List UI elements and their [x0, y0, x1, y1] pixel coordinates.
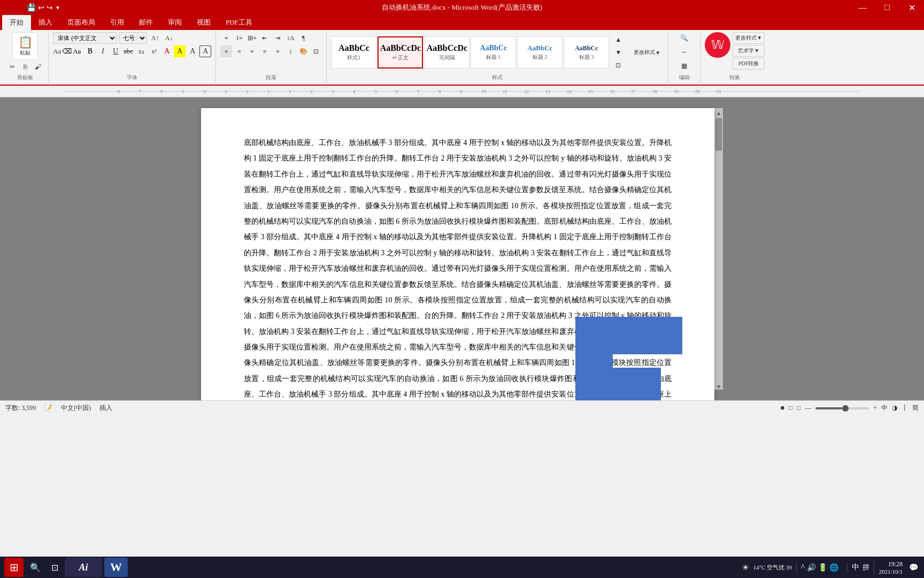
network-icon[interactable]: 🌐 — [829, 563, 838, 572]
styles-more[interactable]: ⊡ — [612, 59, 624, 71]
zoom-in-icon[interactable]: + — [873, 404, 877, 412]
increase-font-button[interactable]: A↑ — [149, 32, 161, 44]
styles-scroll-up[interactable]: ▲ — [612, 34, 624, 45]
italic-button[interactable]: I — [97, 45, 109, 57]
select-button[interactable]: ▦ — [679, 60, 690, 72]
language[interactable]: 中文(中国) — [61, 404, 91, 413]
tab-review[interactable]: 审阅 — [160, 15, 189, 30]
maximize-button[interactable]: □ — [875, 0, 899, 15]
zoom-out-icon[interactable]: — — [805, 404, 811, 412]
time-display[interactable]: 19:28 — [888, 560, 903, 568]
find-button[interactable]: 🔍 — [679, 32, 690, 44]
style-item-h1[interactable]: AaBbCc 标题 1 — [471, 36, 516, 69]
font-size-select[interactable]: 七号 — [119, 32, 147, 44]
close-button[interactable]: ✕ — [899, 0, 924, 15]
strikethrough-button[interactable]: abc — [122, 45, 134, 57]
spell-check-icon[interactable]: 📝 — [44, 404, 52, 412]
copy-button[interactable]: ⎘ — [19, 61, 31, 73]
tab-page-layout[interactable]: 页面布局 — [60, 15, 103, 30]
border-button[interactable]: ⊡ — [310, 45, 322, 57]
tab-home[interactable]: 开始 — [2, 15, 31, 30]
align-right-button[interactable]: ≡ — [246, 45, 258, 57]
view-web-icon[interactable]: □ — [797, 404, 800, 412]
increase-indent-button[interactable]: ⇥ — [272, 32, 283, 44]
ime-pinyin[interactable]: 拼 — [863, 562, 869, 572]
tab-references[interactable]: 引用 — [103, 15, 132, 30]
show-formatting-button[interactable]: ¶ — [297, 32, 309, 44]
ime-zh[interactable]: 中 — [852, 562, 859, 572]
paste-icon: 📋 — [18, 35, 33, 49]
insert-mode[interactable]: 插入 — [99, 404, 112, 413]
font-clear-icon[interactable]: ⌫ — [62, 47, 72, 56]
taskbar: ⊞ 🔍 ⊡ Ai W ☀ 14°C 空气优 39 ^ 🔊 🔋 🌐 中 拼 19:… — [0, 557, 924, 578]
volume-icon[interactable]: 🔊 — [807, 563, 816, 572]
convert-btn-2[interactable]: 艺术字▼ — [733, 45, 765, 57]
system-tray-up[interactable]: ^ — [801, 562, 805, 572]
style-item-1[interactable]: AaBbCc 样式1 — [331, 36, 376, 69]
battery-icon[interactable]: 🔋 — [818, 563, 827, 572]
style-item-normal[interactable]: AaBbCcDc ↵ 正文 — [378, 36, 423, 69]
simplified-chinese-icon[interactable]: 简 — [912, 404, 919, 413]
zoom-slider[interactable] — [815, 407, 869, 409]
tab-mailings[interactable]: 邮件 — [132, 15, 160, 30]
tab-pdf-tools[interactable]: PDF工具 — [218, 15, 260, 30]
char-shade-button[interactable]: A — [187, 45, 198, 57]
scroll-down-button[interactable]: ▼ — [716, 384, 721, 390]
align-left-button[interactable]: ≡ — [220, 45, 232, 57]
tab-insert[interactable]: 插入 — [31, 15, 60, 30]
format-painter-button[interactable]: 🖌 — [32, 61, 44, 73]
justify-dist-button[interactable]: ≡ — [272, 45, 283, 57]
ribbon-container: 开始 插入 页面布局 引用 邮件 审阅 视图 PDF工具 📋 粘贴 ✂ ⎘ 🖌 — [0, 15, 924, 86]
justify-button[interactable]: ≡ — [259, 45, 271, 57]
start-button[interactable]: ⊞ — [4, 558, 24, 577]
editing-label: 编辑 — [673, 73, 696, 81]
quick-redo-icon[interactable]: ↪ — [47, 3, 53, 12]
scroll-up-button[interactable]: ▲ — [716, 110, 721, 116]
quick-undo-icon[interactable]: ↩ — [38, 3, 44, 12]
paste-button[interactable]: 📋 粘贴 — [12, 32, 38, 60]
tab-view[interactable]: 视图 — [189, 15, 218, 30]
date-display[interactable]: 2021/10/1 — [879, 568, 903, 575]
view-reading-icon[interactable]: □ — [789, 404, 792, 412]
multilevel-button[interactable]: ⊞≡ — [246, 32, 258, 44]
status-bar: 字数: 3,599 📝 中文(中国) 插入 ■ □ □ — + 中 ◑ 丨 简 — [0, 400, 924, 415]
bullets-button[interactable]: ≡ — [220, 32, 232, 44]
replace-button[interactable]: ↔ — [679, 46, 690, 58]
scroll-thumb[interactable] — [715, 118, 722, 150]
quick-dropdown-icon[interactable]: ▼ — [55, 5, 60, 11]
task-view-button[interactable]: ⊡ — [47, 558, 63, 577]
underline-button[interactable]: U — [110, 45, 121, 57]
font-change-case-icon[interactable]: Aa — [73, 47, 81, 56]
cut-button[interactable]: ✂ — [6, 61, 18, 73]
word-taskbar-button[interactable]: W — [104, 558, 128, 577]
quick-save-icon[interactable]: 💾 — [27, 3, 36, 12]
subscript-button[interactable]: x₂ — [135, 45, 147, 57]
notification-button[interactable]: 💬 — [907, 558, 920, 577]
view-print-icon[interactable]: ■ — [780, 404, 784, 412]
weibo-icon[interactable]: 𝕎 — [705, 32, 730, 58]
ai-button[interactable]: Ai — [65, 558, 102, 577]
style-item-h2[interactable]: AaBbCc 标题 2 — [517, 36, 563, 69]
search-button[interactable]: 🔍 — [26, 558, 45, 577]
decrease-indent-button[interactable]: ⇤ — [259, 32, 271, 44]
highlight-button[interactable]: A — [174, 45, 186, 57]
convert-btn-1[interactable]: 更改样式▼ — [733, 32, 765, 44]
superscript-button[interactable]: x² — [148, 45, 160, 57]
font-name-select[interactable]: 宋体 (中文正文 — [53, 32, 117, 44]
bold-button[interactable]: B — [84, 45, 96, 57]
window-controls[interactable]: — □ ✕ — [850, 0, 924, 15]
char-border-button[interactable]: A — [199, 45, 211, 57]
minimize-button[interactable]: — — [850, 0, 875, 15]
shading-button[interactable]: 🎨 — [297, 45, 309, 57]
convert-btn-3[interactable]: PDF转换 — [733, 58, 765, 70]
numbering-button[interactable]: 1≡ — [233, 32, 245, 44]
sort-button[interactable]: ↕A — [284, 32, 296, 44]
style-item-no-space[interactable]: AaBbCcDc 无间隔 — [424, 36, 469, 69]
style-item-h3[interactable]: AaBbCc 标题 3 — [564, 36, 609, 69]
font-color-button[interactable]: A — [161, 45, 173, 57]
line-spacing-button[interactable]: ↕ — [284, 45, 296, 57]
decrease-font-button[interactable]: A↓ — [163, 32, 175, 44]
styles-scroll-down[interactable]: ▼ — [612, 47, 624, 58]
align-center-button[interactable]: ≡ — [233, 45, 245, 57]
change-styles-button[interactable]: 更改样式▼ — [630, 47, 664, 58]
